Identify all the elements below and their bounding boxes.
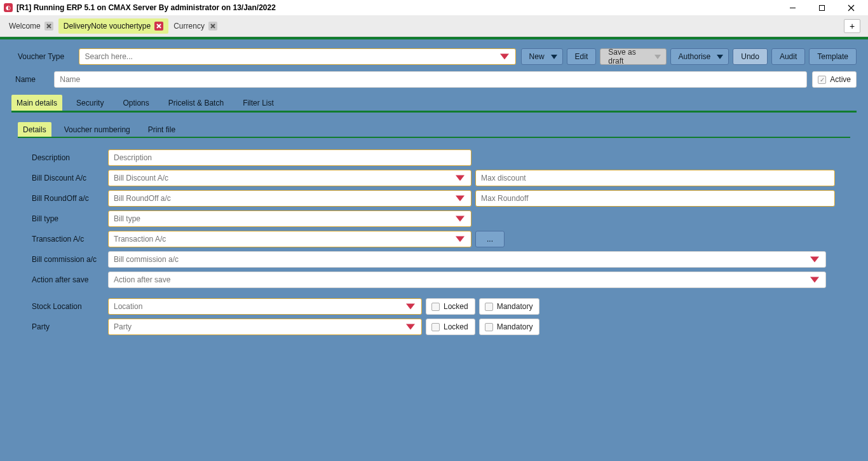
bill-roundoff-label: Bill RoundOff a/c — [32, 194, 108, 203]
bill-type-combo[interactable] — [108, 210, 471, 227]
chevron-down-icon — [456, 216, 465, 222]
voucher-type-search[interactable] — [79, 48, 515, 65]
bill-discount-combo[interactable] — [108, 170, 471, 186]
close-icon[interactable] — [154, 22, 163, 31]
add-tab-button[interactable]: + — [844, 19, 860, 33]
party-mandatory-checkbox[interactable]: Mandatory — [479, 319, 540, 335]
action-after-save-input[interactable] — [114, 275, 820, 284]
chevron-down-icon — [456, 237, 465, 242]
max-roundoff-field[interactable] — [475, 190, 835, 207]
transaction-ac-input[interactable] — [114, 235, 466, 244]
transaction-ac-combo[interactable] — [108, 231, 471, 247]
close-icon[interactable] — [44, 22, 53, 31]
chevron-down-icon — [500, 54, 509, 60]
titlebar: [R1] Running ERP 5.1 on CMAX Server By a… — [0, 0, 868, 15]
stock-location-input[interactable] — [114, 302, 416, 311]
undo-button[interactable]: Undo — [733, 48, 768, 65]
party-locked-checkbox[interactable]: Locked — [426, 319, 475, 335]
checkbox-label: Mandatory — [497, 302, 533, 311]
new-button[interactable]: New — [521, 48, 563, 65]
bill-roundoff-combo[interactable] — [108, 190, 471, 207]
chevron-down-icon — [456, 175, 465, 181]
button-label: Template — [817, 52, 848, 61]
party-combo[interactable] — [108, 319, 422, 335]
maximize-button[interactable] — [807, 0, 836, 15]
chevron-down-icon — [810, 257, 819, 263]
edit-button[interactable]: Edit — [567, 48, 597, 65]
action-after-save-combo[interactable] — [108, 272, 826, 288]
bill-commission-combo[interactable] — [108, 251, 826, 268]
bill-discount-input[interactable] — [114, 174, 466, 182]
tab-label: DeliveryNote vouchertype — [64, 22, 151, 31]
bill-type-label: Bill type — [32, 214, 108, 223]
check-icon — [818, 76, 826, 84]
search-input[interactable] — [85, 52, 510, 61]
chevron-down-icon — [810, 277, 819, 283]
tab-print-file[interactable]: Print file — [143, 122, 180, 137]
action-after-save-label: Action after save — [32, 275, 108, 284]
bill-roundoff-input[interactable] — [114, 194, 466, 203]
section-tabs: Main details Security Options Pricelist … — [11, 94, 857, 113]
active-checkbox[interactable]: Active — [812, 71, 857, 88]
transaction-ac-label: Transaction A/c — [32, 235, 108, 244]
checkbox-icon — [431, 303, 440, 311]
template-button[interactable]: Template — [809, 48, 857, 65]
tab-options[interactable]: Options — [118, 95, 154, 111]
tab-security[interactable]: Security — [71, 95, 109, 111]
button-label: Edit — [575, 52, 588, 61]
chevron-down-icon — [717, 55, 723, 59]
authorise-button[interactable]: Authorise — [670, 48, 729, 65]
main-form: Voucher Type New Edit Save as draft Auth… — [0, 39, 868, 461]
tab-main-details[interactable]: Main details — [11, 95, 62, 111]
chevron-down-icon — [551, 55, 557, 59]
transaction-ac-more-button[interactable]: ... — [475, 231, 505, 247]
audit-button[interactable]: Audit — [771, 48, 805, 65]
max-discount-field[interactable] — [475, 170, 835, 186]
checkbox-label: Locked — [444, 322, 468, 331]
minimize-button[interactable] — [778, 0, 807, 15]
bill-type-input[interactable] — [114, 214, 466, 223]
app-icon — [4, 3, 13, 12]
tab-label: Currency — [173, 22, 205, 31]
tab-welcome[interactable]: Welcome — [4, 18, 58, 34]
stock-location-locked-checkbox[interactable]: Locked — [426, 298, 475, 315]
tab-pricelist-batch[interactable]: Pricelist & Batch — [163, 95, 229, 111]
checkbox-icon — [485, 303, 493, 311]
checkbox-icon — [431, 323, 440, 331]
tab-details[interactable]: Details — [18, 122, 51, 137]
chevron-down-icon — [456, 196, 465, 202]
stock-location-combo[interactable] — [108, 298, 422, 315]
bill-commission-input[interactable] — [114, 255, 820, 264]
voucher-type-label: Voucher Type — [11, 52, 79, 61]
document-tabstrip: Welcome DeliveryNote vouchertype Currenc… — [0, 15, 868, 37]
checkbox-icon — [485, 323, 493, 331]
tab-filter-list[interactable]: Filter List — [238, 95, 279, 111]
save-as-draft-button[interactable]: Save as draft — [600, 48, 666, 65]
tab-label: Welcome — [9, 22, 41, 31]
name-field[interactable] — [54, 71, 807, 88]
tab-deliverynote-vouchertype[interactable]: DeliveryNote vouchertype — [58, 18, 168, 34]
close-icon[interactable] — [208, 22, 217, 31]
tab-voucher-numbering[interactable]: Voucher numbering — [59, 122, 135, 137]
description-input[interactable] — [114, 153, 466, 162]
description-label: Description — [32, 153, 108, 162]
active-label: Active — [830, 75, 851, 84]
name-input[interactable] — [60, 75, 801, 84]
party-label: Party — [32, 322, 108, 331]
stock-location-label: Stock Location — [32, 302, 108, 311]
max-discount-input[interactable] — [481, 174, 829, 182]
party-input[interactable] — [114, 322, 416, 331]
tab-currency[interactable]: Currency — [168, 18, 222, 34]
bill-discount-label: Bill Discount A/c — [32, 174, 108, 182]
description-field[interactable] — [108, 149, 471, 166]
stock-location-mandatory-checkbox[interactable]: Mandatory — [479, 298, 540, 315]
button-label: New — [529, 52, 545, 61]
chevron-down-icon — [406, 324, 415, 330]
svg-rect-0 — [819, 5, 824, 10]
chevron-down-icon — [406, 304, 415, 310]
max-roundoff-input[interactable] — [481, 194, 829, 203]
bill-commission-label: Bill commission a/c — [32, 255, 108, 264]
window-title: [R1] Running ERP 5.1 on CMAX Server By a… — [17, 3, 276, 12]
close-button[interactable] — [836, 0, 865, 15]
name-label: Name — [11, 75, 54, 84]
